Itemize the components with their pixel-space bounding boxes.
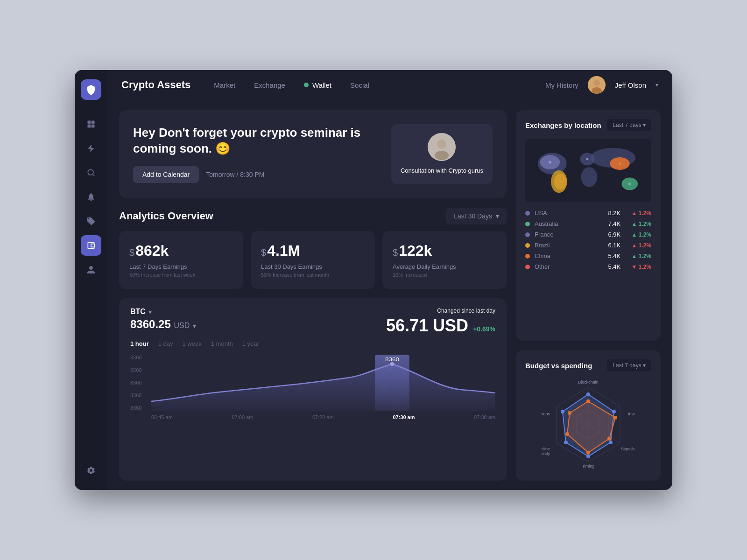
- exchanges-card: Exchanges by location Last 7 days ▾: [516, 110, 661, 341]
- country-row-usa: USA 8.2K ▲ 1.2%: [525, 210, 651, 217]
- logo[interactable]: [81, 79, 101, 100]
- svg-point-55: [565, 432, 569, 436]
- nav-exchange[interactable]: Exchange: [254, 81, 285, 89]
- time-tabs: 1 hour 1 day 1 week 1 month 1 year: [130, 340, 495, 347]
- svg-point-56: [568, 411, 571, 415]
- stat-card-30days: $4.1M Last 30 Days Earnings 50% Increase…: [251, 231, 375, 289]
- chart-price: 8360.25 USD ▾: [130, 318, 196, 331]
- stat-value-7days: $862k: [129, 242, 233, 259]
- my-history-link[interactable]: My History: [545, 81, 578, 89]
- svg-point-46: [612, 410, 616, 413]
- sidebar-item-settings[interactable]: [81, 460, 101, 481]
- stat-card-7days: $862k Last 7 Days Earnings 50% Increase …: [119, 231, 243, 289]
- svg-rect-3: [92, 125, 95, 128]
- user-name: Jeff Olson: [615, 81, 646, 89]
- country-value-china: 5.4K: [608, 252, 627, 259]
- svg-point-53: [607, 437, 611, 441]
- svg-rect-2: [88, 125, 91, 128]
- country-value-france: 6.9K: [608, 231, 627, 238]
- sidebar-item-lightning[interactable]: [81, 138, 101, 159]
- add-to-calendar-button[interactable]: Add to Calendar: [133, 166, 199, 183]
- lightning-icon: [86, 144, 96, 153]
- chart-svg-container: 8360: [151, 355, 495, 411]
- nav-market[interactable]: Market: [214, 81, 235, 89]
- dashboard: Hey Don't forget your crypto seminar is …: [107, 100, 672, 490]
- sidebar-item-user[interactable]: [81, 259, 101, 280]
- brazil-dot: [525, 243, 530, 248]
- svg-point-49: [564, 441, 568, 444]
- svg-point-54: [586, 451, 590, 455]
- chart-svg: 8360: [151, 355, 495, 411]
- banner-buttons: Add to Calendar Tomorrow / 8:30 PM: [133, 166, 391, 183]
- nav-wallet[interactable]: Wallet: [304, 81, 331, 89]
- svg-point-4: [88, 169, 93, 175]
- svg-text:Blockchain: Blockchain: [578, 380, 599, 385]
- stat-card-daily: $122k Average Daily Earnings 10% Increas…: [382, 231, 507, 289]
- svg-point-27: [586, 158, 589, 160]
- svg-point-47: [609, 441, 613, 444]
- avatar-image: [588, 76, 606, 94]
- grid-icon: [86, 119, 96, 129]
- chart-header: BTC ▾ 8360.25 USD ▾ Changed since: [130, 308, 495, 336]
- time-tab-1hour[interactable]: 1 hour: [130, 340, 149, 347]
- exchanges-period-dropdown[interactable]: Last 7 days ▾: [607, 119, 651, 131]
- stat-sublabel-daily: 10% Increased: [393, 272, 496, 278]
- nav-social[interactable]: Social: [350, 81, 369, 89]
- sidebar-item-wallet[interactable]: [81, 235, 101, 256]
- country-change-australia: ▲ 1.2%: [631, 221, 651, 227]
- chart-right: Changed since last day 56.71 USD +0.69%: [386, 308, 495, 336]
- budget-period-dropdown[interactable]: Last 7 days ▾: [607, 359, 651, 371]
- time-tab-1week[interactable]: 1 week: [183, 340, 202, 347]
- chart-left: BTC ▾ 8360.25 USD ▾: [130, 308, 196, 331]
- country-change-brazil: ▲ 1.2%: [631, 242, 651, 249]
- chart-y-labels: 8360 8360 8360 8360 8360: [130, 355, 141, 411]
- currency-chevron-icon[interactable]: ▾: [148, 308, 152, 315]
- changed-since-label: Changed since last day: [386, 308, 495, 314]
- header-nav: Market Exchange Wallet Social: [214, 81, 545, 89]
- sidebar-item-tag[interactable]: [81, 211, 101, 231]
- country-row-brazil: Brazil 6.1K ▲ 1.2%: [525, 242, 651, 249]
- svg-point-11: [435, 151, 449, 160]
- svg-point-10: [437, 140, 446, 149]
- consultant-avatar-image: [428, 133, 456, 161]
- exchanges-card-header: Exchanges by location Last 7 days ▾: [525, 119, 651, 131]
- country-row-australia: Australia 7.4K ▲ 1.2%: [525, 220, 651, 227]
- chart-big-value: 56.71 USD +0.69%: [386, 316, 495, 336]
- user-avatar[interactable]: [588, 76, 606, 94]
- country-name-other: Other: [535, 263, 603, 270]
- sidebar-item-grid[interactable]: [81, 114, 101, 134]
- time-tab-1year[interactable]: 1 year: [242, 340, 259, 347]
- sidebar-bottom: [81, 460, 101, 481]
- banner: Hey Don't forget your crypto seminar is …: [119, 110, 507, 198]
- svg-point-28: [619, 162, 621, 165]
- svg-point-26: [559, 180, 562, 183]
- radar-svg: Blockchain Investment Signals Timing Onl…: [542, 378, 635, 471]
- time-tab-1month[interactable]: 1 month: [211, 340, 233, 347]
- svg-text:Signals: Signals: [621, 447, 635, 451]
- france-dot: [525, 232, 530, 237]
- event-date-label: Tomorrow / 8:30 PM: [206, 171, 264, 178]
- country-value-usa: 8.2K: [608, 210, 627, 217]
- time-tab-1day[interactable]: 1 day: [158, 340, 173, 347]
- chart-area: 8360 8360 8360 8360 8360: [130, 355, 495, 411]
- chart-section: BTC ▾ 8360.25 USD ▾ Changed since: [119, 298, 507, 481]
- country-change-china: ▲ 1.2%: [631, 253, 651, 259]
- world-map-svg: [525, 138, 651, 203]
- exchanges-title: Exchanges by location: [525, 121, 601, 129]
- user-icon: [86, 265, 96, 274]
- price-chevron-icon[interactable]: ▾: [193, 322, 196, 329]
- sidebar-nav: [81, 114, 101, 460]
- user-chevron-icon[interactable]: ▾: [655, 82, 658, 88]
- sidebar: [75, 70, 107, 490]
- analytics-period-dropdown[interactable]: Last 30 Days ▾: [446, 208, 507, 224]
- sidebar-item-search[interactable]: [81, 162, 101, 183]
- radar-container: Blockchain Investment Signals Timing Onl…: [542, 378, 635, 471]
- svg-line-5: [93, 175, 95, 176]
- analytics-title: Analytics Overview: [119, 210, 213, 222]
- bell-icon: [86, 192, 96, 202]
- country-name-usa: USA: [535, 210, 603, 217]
- svg-text:Timing: Timing: [582, 464, 595, 469]
- sidebar-item-bell[interactable]: [81, 187, 101, 207]
- stats-grid: $862k Last 7 Days Earnings 50% Increase …: [119, 231, 507, 289]
- svg-point-25: [549, 161, 551, 164]
